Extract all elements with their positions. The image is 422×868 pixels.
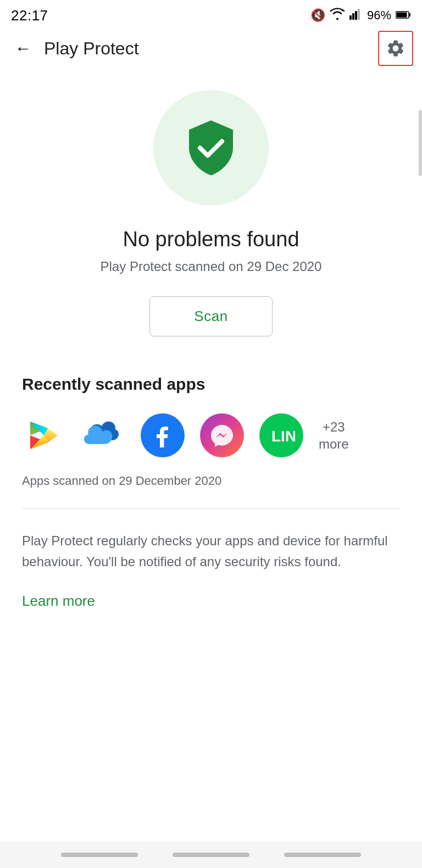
messenger-svg: [209, 423, 235, 448]
svg-rect-4: [358, 9, 360, 20]
shield-circle: [153, 90, 269, 206]
signal-icon: [349, 8, 363, 23]
app-icon-facebook[interactable]: [141, 413, 185, 457]
app-icon-play-store[interactable]: [22, 413, 66, 457]
status-icons: 🔇 + 96%: [310, 8, 411, 23]
page-title: Play Protect: [44, 38, 378, 59]
bottom-nav: [0, 842, 422, 868]
status-bar: 22:17 🔇 + 96%: [0, 0, 422, 29]
nav-pill-3: [284, 853, 361, 857]
facebook-svg: [151, 423, 175, 447]
gear-icon: [386, 38, 406, 58]
svg-text:LINE: LINE: [271, 428, 295, 445]
app-icon-messenger[interactable]: [200, 413, 244, 457]
svg-rect-2: [352, 13, 354, 20]
nav-pill-2: [173, 853, 249, 857]
back-arrow-icon: ←: [15, 39, 31, 58]
app-icon-onedrive[interactable]: [81, 413, 125, 457]
status-time: 22:17: [11, 7, 48, 24]
scrollbar: [419, 110, 422, 176]
battery-icon: [396, 8, 411, 23]
more-count: +23: [323, 418, 345, 435]
recently-scanned-section: Recently scanned apps: [0, 375, 422, 488]
scan-date-text: Play Protect scanned on 29 Dec 2020: [101, 259, 322, 274]
shield-check-icon: [184, 118, 238, 178]
app-icon-line[interactable]: LINE: [259, 413, 303, 457]
svg-rect-1: [349, 15, 352, 20]
wifi-icon: +: [330, 8, 345, 23]
recently-scanned-title: Recently scanned apps: [22, 375, 400, 394]
nav-pill-1: [61, 853, 138, 857]
svg-rect-6: [397, 13, 407, 18]
app-icons-row: LINE +23 more: [22, 413, 400, 457]
line-svg: LINE: [268, 422, 295, 449]
status-title: No problems found: [123, 228, 299, 251]
settings-button[interactable]: [378, 31, 413, 66]
learn-more-link[interactable]: Learn more: [22, 593, 95, 609]
svg-text:+: +: [341, 8, 343, 13]
description-section: Play Protect regularly checks your apps …: [0, 530, 422, 610]
divider: [22, 508, 400, 508]
more-label: more: [319, 435, 349, 452]
play-store-svg: [25, 416, 63, 455]
more-apps: +23 more: [319, 418, 349, 452]
back-button[interactable]: ←: [9, 34, 37, 63]
mute-icon: 🔇: [310, 8, 325, 23]
svg-rect-7: [409, 13, 410, 16]
onedrive-svg: [81, 421, 125, 451]
svg-rect-3: [355, 11, 357, 20]
top-bar: ← Play Protect: [0, 29, 422, 68]
scan-button[interactable]: Scan: [149, 296, 272, 336]
apps-scanned-date: Apps scanned on 29 December 2020: [22, 474, 400, 488]
battery-percent: 96%: [367, 8, 391, 23]
description-text: Play Protect regularly checks your apps …: [22, 530, 400, 573]
shield-section: No problems found Play Protect scanned o…: [0, 68, 422, 375]
